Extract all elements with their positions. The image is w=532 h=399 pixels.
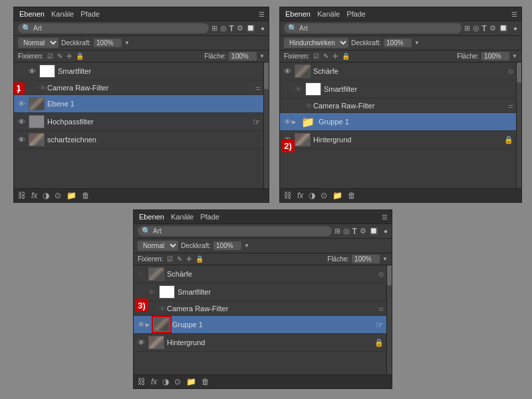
eye-icon-smartfilter-1[interactable]: 👁 — [27, 67, 37, 75]
flaeche-arrow-3[interactable]: ▼ — [382, 256, 388, 262]
filter-icon-T3[interactable]: T — [352, 227, 357, 236]
eye-icon-scharf-1[interactable]: 👁 — [17, 136, 26, 144]
filter-icon-2[interactable]: ◎ — [220, 24, 227, 33]
footer-link-icon-3[interactable]: ⛓ — [138, 377, 146, 386]
eye-icon-schaerfe-3[interactable]: 👁 — [136, 270, 146, 278]
eye-icon-schaerfe-2[interactable]: 👁 — [283, 67, 292, 75]
footer-link-icon-1[interactable]: ⛓ — [18, 191, 26, 200]
scrollbar-thumb-2[interactable] — [517, 63, 521, 82]
eye-icon-hochpass-1[interactable]: 👁 — [17, 118, 26, 126]
footer-trash-icon-3[interactable]: 🗑 — [201, 377, 209, 386]
footer-folder-icon-2[interactable]: 📁 — [332, 191, 342, 200]
scrollbar-3[interactable] — [386, 265, 392, 374]
tab-kanaele-2[interactable]: Kanäle — [316, 9, 341, 19]
filter-toggle-3[interactable]: ● — [384, 227, 388, 235]
eye-icon-cameraraw-3[interactable]: 👁 — [158, 305, 167, 313]
eye-icon-smartfilter-3[interactable]: 👁 — [147, 288, 156, 296]
tab-pfade-1[interactable]: Pfade — [79, 9, 101, 19]
filter-icon-smart2[interactable]: 🔲 — [499, 24, 508, 33]
footer-cloud-icon-1[interactable]: ⊙ — [55, 191, 61, 200]
footer-fx-icon-3[interactable]: fx — [151, 377, 157, 386]
filter-icon-T2[interactable]: T — [482, 24, 487, 33]
filter-toggle-2[interactable]: ● — [513, 25, 517, 32]
search-input-3[interactable] — [153, 227, 193, 235]
deckkraft-arrow-1[interactable]: ▼ — [124, 40, 130, 46]
layer-hochpass-1[interactable]: 👁 Hochpassfilter ☞ — [14, 113, 263, 131]
filter-icon-adj3[interactable]: ⚙ — [360, 227, 366, 235]
eye-icon-gruppe1-2[interactable]: 👁 — [283, 118, 292, 126]
filter-icon-3b[interactable]: ◎ — [343, 227, 350, 235]
filter-adj-icon-2[interactable]: ⚌ — [508, 102, 513, 109]
flaeche-input-1[interactable] — [229, 52, 257, 61]
fix-icon-check-1[interactable]: ☑ — [47, 53, 53, 60]
layer-hintergrund-2[interactable]: 👁 Hintergrund 🔒 — [280, 131, 516, 149]
footer-circle-icon-3[interactable]: ◑ — [162, 377, 169, 386]
flaeche-arrow-1[interactable]: ▼ — [259, 53, 265, 59]
deckkraft-arrow-2[interactable]: ▼ — [414, 40, 420, 46]
layer-smartfilter-3[interactable]: 👁 Smartfilter — [134, 283, 386, 301]
deckkraft-input-3[interactable] — [213, 241, 241, 250]
footer-circle-icon-2[interactable]: ◑ — [309, 191, 315, 200]
fix-icon-lock-3[interactable]: 🔒 — [196, 255, 203, 263]
layer-schaerfe-2[interactable]: 👁 Schärfe ⊙ — [280, 63, 516, 80]
eye-icon-cameraraw-2[interactable]: 👁 — [304, 102, 313, 110]
blend-mode-select-2[interactable]: Hindurchwirken — [284, 38, 348, 48]
scrollbar-2[interactable] — [516, 63, 521, 188]
fix-icon-move-1[interactable]: ✛ — [66, 53, 72, 60]
search-input-1[interactable] — [33, 25, 73, 32]
fix-icon-check-2[interactable]: ☑ — [313, 53, 319, 60]
layer-gruppe1-3[interactable]: 👁 ▶ Gruppe 1 ☞ — [134, 316, 386, 334]
fix-icon-brush-3[interactable]: ✎ — [177, 255, 182, 263]
footer-folder-icon-1[interactable]: 📁 — [66, 191, 76, 200]
layer-cameraraw-1[interactable]: 👁 Camera Raw-Filter ⚌ — [14, 80, 263, 95]
eye-icon-gruppe1-3[interactable]: 👁 — [136, 321, 146, 329]
layer-cameraraw-2[interactable]: 👁 Camera Raw-Filter ⚌ — [280, 98, 516, 113]
layer-cameraraw-3[interactable]: 👁 Camera Raw-Filter ⚌ — [134, 301, 386, 316]
panel-menu-icon-1[interactable]: ☰ — [259, 11, 265, 18]
tab-pfade-2[interactable]: Pfade — [345, 9, 367, 19]
footer-cloud-icon-3[interactable]: ⊙ — [174, 377, 181, 386]
panel-menu-icon-2[interactable]: ☰ — [511, 11, 517, 18]
tab-pfade-3[interactable]: Pfade — [199, 212, 221, 221]
eye-icon-cameraraw-1[interactable]: 👁 — [38, 84, 47, 92]
footer-fx-icon-1[interactable]: fx — [31, 191, 37, 200]
filter-icon-type-3[interactable]: ⊞ — [334, 227, 340, 235]
search-box-3[interactable]: 🔍 — [138, 226, 332, 236]
filter-icon-T[interactable]: T — [229, 24, 234, 33]
fix-icon-check-3[interactable]: ☑ — [167, 255, 173, 263]
tab-kanaele-3[interactable]: Kanäle — [170, 212, 195, 221]
filter-icon-adj[interactable]: ⚙ — [237, 24, 243, 33]
panel-menu-icon-3[interactable]: ☰ — [382, 213, 388, 221]
footer-cloud-icon-2[interactable]: ⊙ — [321, 191, 327, 200]
tab-ebenen-1[interactable]: Ebenen — [18, 9, 46, 19]
flaeche-input-3[interactable] — [352, 255, 380, 263]
tab-ebenen-3[interactable]: Ebenen — [138, 212, 166, 221]
search-input-2[interactable] — [299, 25, 339, 32]
filter-adj-icon-1[interactable]: ⚌ — [255, 84, 261, 91]
fix-icon-brush-1[interactable]: ✎ — [57, 53, 63, 60]
scrollbar-1[interactable] — [263, 63, 269, 188]
layer-smartfilter-1[interactable]: 👁 Smartfilter — [14, 63, 263, 80]
deckkraft-arrow-3[interactable]: ▼ — [244, 243, 249, 249]
blend-mode-select-3[interactable]: Normal — [138, 241, 178, 251]
deckkraft-input-2[interactable] — [384, 39, 412, 47]
scrollbar-thumb-3[interactable] — [387, 265, 392, 285]
fix-icon-lock-2[interactable]: 🔒 — [342, 53, 350, 60]
search-box-1[interactable]: 🔍 — [18, 23, 209, 33]
filter-icon-type-2[interactable]: ⊞ — [464, 24, 470, 33]
scrollbar-thumb-1[interactable] — [264, 63, 269, 89]
tab-kanaele-1[interactable]: Kanäle — [50, 9, 75, 19]
eye-icon-smartfilter-2[interactable]: 👁 — [293, 85, 303, 93]
footer-folder-icon-3[interactable]: 📁 — [186, 377, 196, 386]
filter-adj-icon-3[interactable]: ⚌ — [378, 305, 384, 312]
layer-schaerfe-3[interactable]: 👁 Schärfe ⊙ — [134, 265, 386, 283]
blend-mode-select-1[interactable]: Normal — [18, 38, 59, 48]
footer-trash-icon-1[interactable]: 🗑 — [82, 191, 90, 200]
footer-circle-icon-1[interactable]: ◑ — [43, 191, 49, 200]
footer-trash-icon-2[interactable]: 🗑 — [348, 191, 356, 200]
fix-icon-lock-1[interactable]: 🔒 — [76, 53, 84, 60]
eye-icon-ebene1-1[interactable]: 👁 — [17, 100, 26, 108]
eye-icon-hintergrund-3[interactable]: 👁 — [136, 338, 146, 346]
filter-icon-type-1[interactable]: ⊞ — [211, 24, 217, 33]
layer-smartfilter-2[interactable]: 👁 Smartfilter — [280, 80, 516, 98]
